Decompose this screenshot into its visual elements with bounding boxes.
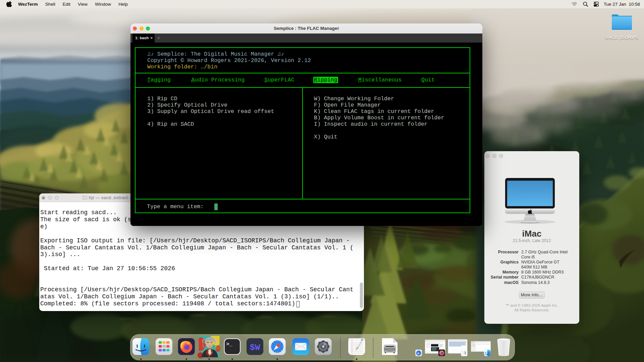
svg-text:>_: >_ — [226, 342, 233, 347]
svg-text:$W: $W — [250, 343, 260, 353]
